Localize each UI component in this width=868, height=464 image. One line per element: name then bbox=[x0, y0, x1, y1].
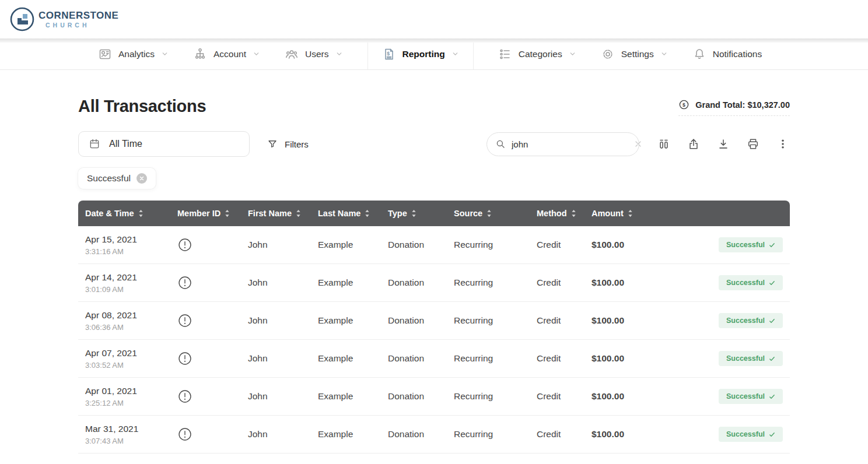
column-header-date-time[interactable]: Date & Time bbox=[78, 201, 170, 226]
grand-total: $ Grand Total: $10,327.00 bbox=[678, 99, 790, 116]
users-icon bbox=[285, 47, 299, 61]
categories-icon bbox=[498, 47, 512, 61]
filter-funnel-icon bbox=[267, 139, 278, 149]
transaction-date: Apr 14, 2021 bbox=[85, 272, 170, 283]
amount-cell: $100.00 bbox=[584, 416, 665, 454]
nav-item-users[interactable]: Users bbox=[285, 38, 342, 69]
last-name-cell: Example bbox=[311, 302, 381, 340]
transaction-date: Apr 08, 2021 bbox=[85, 310, 170, 321]
reporting-icon: $ bbox=[382, 47, 396, 61]
transaction-time: 3:31:16 AM bbox=[85, 247, 170, 256]
source-cell: Recurring bbox=[447, 302, 530, 340]
sort-icon[interactable] bbox=[296, 209, 301, 217]
transaction-date: Apr 07, 2021 bbox=[85, 348, 170, 358]
amount-cell: $100.00 bbox=[584, 264, 665, 302]
exclamation-circle-icon[interactable] bbox=[177, 427, 241, 442]
share-icon[interactable] bbox=[687, 137, 701, 151]
filter-chip-label: Successful bbox=[87, 173, 131, 184]
method-cell: Credit bbox=[530, 226, 584, 264]
table-row[interactable]: Apr 01, 20213:25:12 AM John Example Dona… bbox=[78, 378, 790, 416]
transaction-date: Apr 01, 2021 bbox=[85, 386, 170, 396]
status-badge: Successful bbox=[719, 351, 783, 366]
amount-cell: $100.00 bbox=[584, 340, 665, 378]
search-input[interactable] bbox=[512, 139, 628, 149]
sort-icon[interactable] bbox=[487, 209, 492, 217]
brand-logo[interactable]: CORNERSTONE CHURCH bbox=[9, 6, 118, 32]
sort-icon[interactable] bbox=[138, 209, 144, 217]
filter-chip-successful[interactable]: Successful bbox=[78, 168, 156, 189]
chevron-down-icon bbox=[161, 50, 169, 58]
nav-item-settings[interactable]: Settings bbox=[601, 38, 668, 69]
first-name-cell: John bbox=[241, 340, 311, 378]
method-cell: Credit bbox=[530, 302, 584, 340]
column-header-member-id[interactable]: Member ID bbox=[170, 201, 241, 226]
exclamation-circle-icon[interactable] bbox=[177, 389, 241, 404]
brand-wordmark: CORNERSTONE CHURCH bbox=[38, 10, 118, 29]
notifications-icon bbox=[692, 47, 706, 61]
type-cell: Donation bbox=[381, 340, 447, 378]
table-row[interactable]: Mar 31, 20213:07:43 AM John Example Dona… bbox=[78, 416, 790, 454]
column-header-first-name[interactable]: First Name bbox=[241, 201, 311, 226]
kebab-menu-icon[interactable] bbox=[776, 137, 790, 151]
page-title: All Transactions bbox=[78, 97, 206, 116]
column-header-type[interactable]: Type bbox=[381, 201, 447, 226]
first-name-cell: John bbox=[241, 302, 311, 340]
cornerstone-logo-icon bbox=[9, 6, 35, 32]
nav-label: Notifications bbox=[713, 49, 762, 59]
sort-icon[interactable] bbox=[571, 209, 576, 217]
exclamation-circle-icon[interactable] bbox=[177, 237, 241, 252]
account-icon bbox=[193, 47, 207, 61]
filters-button[interactable]: Filters bbox=[267, 139, 309, 149]
source-cell: Recurring bbox=[447, 416, 530, 454]
type-cell: Donation bbox=[381, 264, 447, 302]
column-header-source[interactable]: Source bbox=[447, 201, 530, 226]
table-row[interactable]: Apr 15, 20213:31:16 AM John Example Dona… bbox=[78, 226, 790, 264]
sort-icon[interactable] bbox=[411, 209, 416, 217]
nav-label: Account bbox=[214, 49, 246, 59]
method-cell: Credit bbox=[530, 340, 584, 378]
date-range-button[interactable]: All Time bbox=[78, 131, 250, 157]
last-name-cell: Example bbox=[311, 416, 381, 454]
active-filters-row: Successful bbox=[78, 168, 790, 189]
nav-item-reporting[interactable]: $ Reporting bbox=[368, 38, 474, 69]
exclamation-circle-icon[interactable] bbox=[177, 351, 241, 366]
column-header-last-name[interactable]: Last Name bbox=[311, 201, 381, 226]
status-badge: Successful bbox=[719, 313, 783, 328]
table-row[interactable]: Apr 07, 20213:03:52 AM John Example Dona… bbox=[78, 340, 790, 378]
sort-icon[interactable] bbox=[365, 209, 370, 217]
nav-item-notifications[interactable]: Notifications bbox=[692, 38, 762, 69]
column-header-amount[interactable]: Amount bbox=[584, 201, 665, 226]
nav-item-account[interactable]: Account bbox=[193, 38, 260, 69]
source-cell: Recurring bbox=[447, 378, 530, 416]
type-cell: Donation bbox=[381, 416, 447, 454]
grand-total-label: Grand Total: $10,327.00 bbox=[695, 100, 790, 110]
table-row[interactable]: Apr 08, 20213:06:36 AM John Example Dona… bbox=[78, 302, 790, 340]
nav-item-categories[interactable]: Categories bbox=[498, 38, 576, 69]
columns-icon[interactable] bbox=[657, 137, 671, 151]
status-badge: Successful bbox=[719, 275, 783, 290]
settings-icon bbox=[601, 47, 615, 61]
method-cell: Credit bbox=[530, 416, 584, 454]
exclamation-circle-icon[interactable] bbox=[177, 313, 241, 328]
sort-icon[interactable] bbox=[225, 209, 230, 217]
column-header-method[interactable]: Method bbox=[530, 201, 584, 226]
clear-search-icon[interactable] bbox=[634, 139, 643, 149]
check-icon bbox=[769, 356, 775, 362]
exclamation-circle-icon[interactable] bbox=[177, 275, 241, 290]
amount-cell: $100.00 bbox=[584, 302, 665, 340]
transaction-time: 3:06:36 AM bbox=[85, 323, 170, 332]
nav-item-analytics[interactable]: Analytics bbox=[98, 38, 169, 69]
calendar-icon bbox=[89, 138, 100, 150]
table-row[interactable]: Apr 14, 20213:01:09 AM John Example Dona… bbox=[78, 264, 790, 302]
download-icon[interactable] bbox=[716, 137, 730, 151]
transactions-table: Date & Time Member ID First Name Last Na… bbox=[78, 201, 790, 454]
table-header-row: Date & Time Member ID First Name Last Na… bbox=[78, 201, 790, 226]
last-name-cell: Example bbox=[311, 264, 381, 302]
transaction-time: 3:25:12 AM bbox=[85, 399, 170, 407]
remove-chip-icon[interactable] bbox=[136, 173, 147, 184]
sort-icon[interactable] bbox=[628, 209, 633, 217]
print-icon[interactable] bbox=[746, 137, 760, 151]
app-header: CORNERSTONE CHURCH bbox=[0, 0, 868, 38]
check-icon bbox=[769, 280, 775, 286]
column-header-status bbox=[665, 201, 790, 226]
